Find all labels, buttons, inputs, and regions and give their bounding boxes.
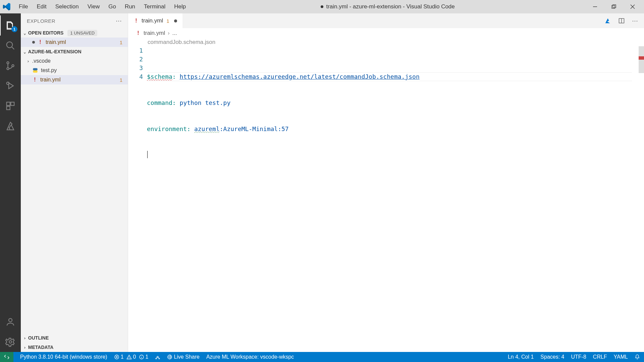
code-line: environment: azureml:AzureML-Minimal:57 <box>147 125 638 133</box>
gutter: 1 2 3 4 <box>128 46 147 352</box>
activity-extensions[interactable] <box>0 96 21 116</box>
tab-filename: train.yml <box>142 17 163 24</box>
yaml-file-icon: ! <box>133 18 139 23</box>
menu-edit[interactable]: Edit <box>33 1 50 12</box>
status-notifications-icon[interactable] <box>635 354 640 360</box>
open-editors-label: OPEN EDITORS <box>28 30 64 36</box>
line-number: 2 <box>128 55 143 64</box>
sidebar-title-label: EXPLORER <box>27 18 55 24</box>
file-item-name: train.yml <box>40 77 60 83</box>
more-actions-icon[interactable]: ⋯ <box>631 16 639 25</box>
svg-point-3 <box>7 62 9 64</box>
chevron-down-icon: ⌄ <box>23 49 26 54</box>
file-item-trainyml[interactable]: ! train.yml 1 <box>21 75 128 84</box>
svg-point-2 <box>7 42 13 48</box>
open-editor-filename: train.yml <box>46 39 66 45</box>
svg-rect-0 <box>612 5 615 8</box>
status-warnings[interactable]: 0 <box>126 354 136 360</box>
vscode-app-icon <box>2 2 11 11</box>
file-item-testpy[interactable]: test.py <box>21 66 128 75</box>
chevron-right-icon: › <box>27 59 30 64</box>
svg-point-10 <box>9 318 12 322</box>
window-title-text: train.yml - azure-ml-extension - Visual … <box>326 3 454 10</box>
status-info[interactable]: 1 <box>139 354 149 360</box>
menu-file[interactable]: File <box>15 1 32 12</box>
folder-header[interactable]: ⌄ AZURE-ML-EXTENSION <box>21 47 128 56</box>
yaml-file-icon: ! <box>136 31 141 36</box>
code-content[interactable]: $schema: https://azuremlschemas.azureedg… <box>147 46 638 352</box>
outline-label: OUTLINE <box>28 335 49 341</box>
modified-dot-icon <box>321 5 323 8</box>
split-editor-icon[interactable] <box>617 16 626 25</box>
editor-tab-trainyml[interactable]: ! train.yml 1 <box>128 13 183 28</box>
modified-dot-icon <box>32 41 35 44</box>
sidebar-explorer: EXPLORER ⋯ ⌄ OPEN EDITORS 1 UNSAVED ! tr… <box>21 13 128 352</box>
activity-explorer[interactable]: 1 <box>0 15 21 36</box>
breadcrumb-rest: ... <box>172 30 177 37</box>
activity-search[interactable] <box>0 36 21 56</box>
activity-accounts[interactable] <box>0 312 21 332</box>
menu-run[interactable]: Run <box>121 1 139 12</box>
file-problem-count: 1 <box>120 77 122 83</box>
code-line: command: python test.py <box>147 99 638 107</box>
svg-point-4 <box>7 68 9 70</box>
window-title: train.yml - azure-ml-extension - Visual … <box>190 3 586 10</box>
window-close[interactable] <box>623 0 642 13</box>
activity-source-control[interactable] <box>0 56 21 76</box>
status-python[interactable]: Python 3.8.10 64-bit (windows store) <box>20 354 107 360</box>
menu-go[interactable]: Go <box>104 1 120 12</box>
chevron-right-icon: › <box>23 345 26 350</box>
activity-run-debug[interactable] <box>0 76 21 96</box>
unsaved-badge: 1 UNSAVED <box>67 30 97 36</box>
menu-help[interactable]: Help <box>170 1 190 12</box>
line-number: 1 <box>128 46 143 55</box>
menu-selection[interactable]: Selection <box>51 1 83 12</box>
scrollbar-thumb[interactable] <box>639 46 644 73</box>
titlebar: File Edit Selection View Go Run Terminal… <box>0 0 644 13</box>
menubar: File Edit Selection View Go Run Terminal… <box>15 1 190 12</box>
remote-indicator[interactable] <box>0 352 13 362</box>
status-indentation[interactable]: Spaces: 4 <box>540 354 564 360</box>
window-maximize[interactable] <box>604 0 623 13</box>
status-eol[interactable]: CRLF <box>593 354 607 360</box>
line-number: 4 <box>128 72 143 81</box>
metadata-header[interactable]: › METADATA <box>21 343 128 352</box>
python-file-icon <box>32 67 38 73</box>
status-errors[interactable]: 1 <box>114 354 124 360</box>
open-editor-item[interactable]: ! train.yml 1 <box>21 38 128 47</box>
overview-ruler[interactable] <box>638 46 644 352</box>
code-area[interactable]: 1 2 3 4 $schema: https://azuremlschemas.… <box>128 46 644 352</box>
text-cursor <box>147 151 148 158</box>
folder-tree: › .vscode test.py ! train.yml 1 <box>21 56 128 84</box>
explorer-badge: 1 <box>11 26 17 32</box>
activity-settings[interactable] <box>0 332 21 352</box>
overview-error-marker <box>639 56 644 60</box>
activitybar: 1 <box>0 13 21 352</box>
azure-ml-action-icon[interactable] <box>604 16 612 25</box>
activity-azure[interactable] <box>0 116 21 136</box>
folder-item-vscode[interactable]: › .vscode <box>21 56 128 66</box>
breadcrumb[interactable]: ! train.yml › ... <box>128 28 644 38</box>
status-azure-workspace[interactable]: Azure ML Workspace: vscode-wkspc <box>206 354 294 360</box>
open-editors-header[interactable]: ⌄ OPEN EDITORS 1 UNSAVED <box>21 28 128 38</box>
breadcrumb-file: train.yml <box>144 30 165 37</box>
window-minimize[interactable] <box>586 0 604 13</box>
status-liveshare[interactable]: Live Share <box>167 354 200 360</box>
open-editors-tree: ! train.yml 1 <box>21 38 128 47</box>
status-cursor-position[interactable]: Ln 4, Col 1 <box>508 354 534 360</box>
status-encoding[interactable]: UTF-8 <box>571 354 586 360</box>
chevron-right-icon: › <box>23 336 26 341</box>
metadata-label: METADATA <box>28 345 53 350</box>
status-ports[interactable] <box>155 354 160 360</box>
line-number: 3 <box>128 64 143 72</box>
yaml-file-icon: ! <box>32 77 38 82</box>
code-line <box>147 151 638 160</box>
menu-view[interactable]: View <box>84 1 104 12</box>
statusbar: Python 3.8.10 64-bit (windows store) 1 0… <box>0 352 644 362</box>
svg-rect-7 <box>7 102 10 106</box>
status-language[interactable]: YAML <box>614 354 628 360</box>
menu-terminal[interactable]: Terminal <box>140 1 169 12</box>
outline-header[interactable]: › OUTLINE <box>21 333 128 343</box>
svg-rect-9 <box>7 106 10 110</box>
sidebar-more-icon[interactable]: ⋯ <box>116 17 122 24</box>
